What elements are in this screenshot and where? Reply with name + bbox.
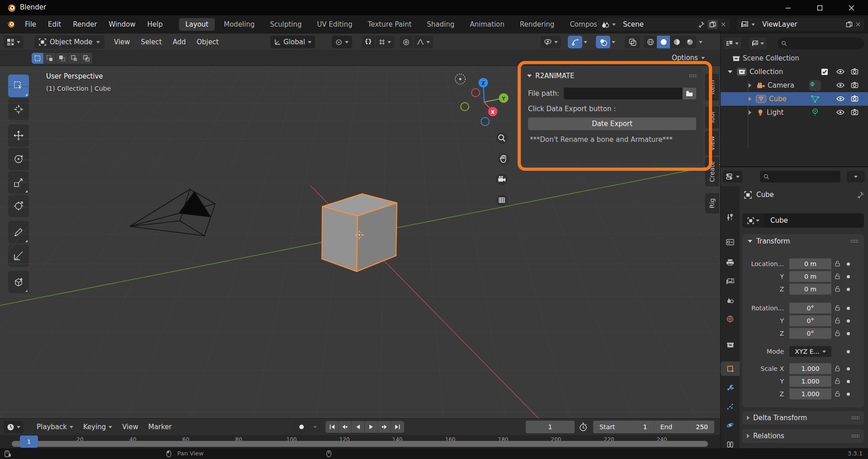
- outliner-row-cube[interactable]: Cube: [721, 92, 868, 106]
- scale-x-field[interactable]: 1.000: [789, 363, 831, 374]
- file-browse-button[interactable]: [683, 88, 696, 99]
- close-button[interactable]: [841, 0, 862, 15]
- select-mode-intersect[interactable]: [80, 53, 93, 64]
- properties-tab-output[interactable]: [721, 256, 740, 269]
- falloff-dropdown[interactable]: [414, 36, 433, 48]
- rotation-mode-dropdown[interactable]: XYZ E...: [789, 346, 831, 357]
- menu-playback[interactable]: Playback: [32, 423, 78, 431]
- tab-sculpting[interactable]: Sculpting: [264, 18, 308, 31]
- sidebar-tab-view[interactable]: View: [705, 131, 719, 155]
- remove-viewlayer-icon[interactable]: [855, 22, 861, 27]
- tool-move[interactable]: [8, 124, 29, 147]
- tab-compositing[interactable]: Compositing: [563, 18, 597, 31]
- pin-icon[interactable]: [698, 21, 705, 28]
- hide-eye-toggle[interactable]: [836, 82, 844, 89]
- properties-search-input[interactable]: [772, 173, 837, 180]
- properties-tab-scene[interactable]: [721, 294, 740, 307]
- animate-dot[interactable]: [847, 332, 850, 335]
- object-id-dropdown[interactable]: [742, 213, 764, 228]
- properties-tab-render[interactable]: [721, 235, 740, 249]
- date-export-button[interactable]: Date Export: [528, 117, 696, 130]
- disable-render-toggle[interactable]: [851, 68, 859, 75]
- tab-modeling[interactable]: Modeling: [217, 18, 261, 31]
- file-path-input[interactable]: [564, 88, 683, 99]
- location-y-field[interactable]: 0 m: [789, 271, 831, 282]
- outliner-row-label[interactable]: Scene Collection: [743, 54, 799, 62]
- menu-view[interactable]: View: [108, 38, 136, 46]
- outliner-row-collection[interactable]: Collection: [721, 65, 868, 79]
- properties-tab-modifiers[interactable]: [721, 380, 740, 394]
- properties-tab-physics[interactable]: [721, 418, 740, 432]
- gizmo-minus-y-axis[interactable]: [461, 103, 469, 111]
- outliner-editor-type-button[interactable]: [723, 37, 741, 49]
- properties-options-dropdown[interactable]: [847, 171, 865, 183]
- properties-tab-view-layer[interactable]: [721, 275, 740, 288]
- expand-caret-icon[interactable]: [749, 83, 751, 88]
- animate-dot[interactable]: [847, 262, 850, 266]
- tool-measure[interactable]: [8, 244, 29, 267]
- shading-rendered-button[interactable]: [683, 36, 696, 48]
- disable-render-toggle[interactable]: [851, 109, 859, 116]
- menu-add[interactable]: Add: [167, 38, 191, 46]
- scale-z-field[interactable]: 1.000: [789, 389, 831, 399]
- breadcrumb-object-name[interactable]: Cube: [756, 191, 852, 199]
- object-name-field[interactable]: Cube: [764, 213, 864, 228]
- gizmo-minus-z-axis[interactable]: [481, 117, 489, 126]
- outliner-row-light[interactable]: Light: [721, 106, 868, 119]
- expand-caret-icon[interactable]: [728, 70, 732, 73]
- next-keyframe-button[interactable]: [378, 421, 391, 433]
- shading-solid-button[interactable]: [657, 36, 670, 48]
- tool-annotate[interactable]: [8, 221, 29, 244]
- r2animate-panel-header[interactable]: R2ANIMATE: [522, 68, 703, 84]
- outliner-row-label[interactable]: Collection: [750, 68, 783, 76]
- sidebar-tab-rig[interactable]: Rig: [705, 193, 719, 213]
- maximize-button[interactable]: [809, 0, 830, 15]
- menu-file[interactable]: File: [19, 20, 42, 28]
- menu-edit[interactable]: Edit: [42, 20, 67, 28]
- navigation-gizmo[interactable]: Z Y X: [448, 71, 515, 130]
- disable-render-toggle[interactable]: [851, 82, 859, 89]
- animate-dot[interactable]: [847, 380, 850, 383]
- tab-texture-paint[interactable]: Texture Paint: [362, 18, 418, 31]
- outliner-row-label[interactable]: Cube: [769, 95, 787, 103]
- unlink-scene-icon[interactable]: [721, 22, 726, 27]
- options-dropdown[interactable]: Options: [672, 54, 705, 62]
- animate-dot[interactable]: [847, 307, 850, 310]
- select-mode-new[interactable]: [32, 53, 44, 64]
- camera-view-button[interactable]: [495, 173, 508, 186]
- tool-cursor[interactable]: [8, 98, 29, 121]
- expand-caret-icon[interactable]: [749, 97, 751, 101]
- gizmos-toggle[interactable]: [568, 36, 582, 48]
- proportional-edit-toggle[interactable]: [400, 36, 413, 48]
- snap-target-dropdown[interactable]: [376, 36, 394, 48]
- viewlayer-selector[interactable]: ViewLayer: [737, 18, 864, 31]
- lock-icon[interactable]: [834, 378, 841, 384]
- previous-keyframe-button[interactable]: [339, 421, 352, 433]
- menu-select[interactable]: Select: [136, 38, 167, 46]
- relations-section[interactable]: Relations: [742, 429, 864, 443]
- gizmo-minus-x-axis[interactable]: [472, 89, 480, 97]
- animate-dot[interactable]: [847, 319, 850, 323]
- viewlayer-name[interactable]: ViewLayer: [762, 20, 843, 28]
- menu-help[interactable]: Help: [142, 20, 169, 28]
- end-frame-field[interactable]: End 250: [654, 421, 715, 433]
- rotation-x-field[interactable]: 0°: [789, 303, 831, 314]
- menu-keying[interactable]: Keying: [78, 423, 117, 431]
- duplicate-icon[interactable]: [846, 21, 853, 28]
- jump-to-end-button[interactable]: [391, 421, 404, 433]
- hide-eye-toggle[interactable]: [836, 95, 844, 102]
- properties-tab-collection[interactable]: [721, 338, 740, 351]
- timeline-editor-type-button[interactable]: [4, 421, 24, 433]
- chevron-down-icon[interactable]: [699, 41, 703, 43]
- transform-panel-header[interactable]: Transform: [742, 234, 864, 248]
- tab-animation[interactable]: Animation: [463, 18, 510, 31]
- zoom-view-button[interactable]: [495, 132, 508, 145]
- tab-rendering[interactable]: Rendering: [514, 18, 561, 31]
- properties-tab-world[interactable]: [721, 312, 740, 326]
- sidebar-tab-tool[interactable]: Tool: [705, 107, 719, 128]
- menu-window[interactable]: Window: [103, 20, 142, 28]
- menu-view[interactable]: View: [117, 423, 143, 431]
- tool-scale[interactable]: [8, 171, 29, 194]
- expand-caret-icon[interactable]: [749, 110, 751, 115]
- properties-search[interactable]: [760, 171, 840, 183]
